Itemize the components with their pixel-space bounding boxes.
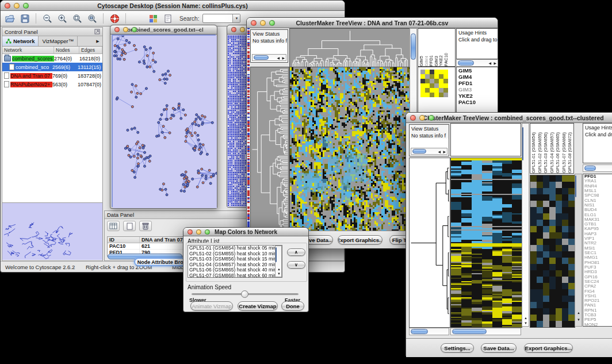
main-titlebar[interactable]: Cytoscape Desktop (Session Name: collins… <box>1 1 345 11</box>
select-attributes-icon[interactable] <box>107 221 120 231</box>
view-status-scrollbar[interactable]: ◀ ▶ <box>411 148 447 155</box>
scroll-down-icon[interactable]: ▼ <box>524 321 527 325</box>
export-graphics-button[interactable]: Export Graphics... <box>524 343 573 352</box>
column-label[interactable]: GPL51-03 (GSM856) <box>543 132 549 173</box>
column-label[interactable]: GPL51-02 (GSM855) <box>537 132 544 173</box>
heatmap[interactable] <box>289 67 410 232</box>
attribute-list-scrollbar[interactable]: ▲ ▼ <box>275 246 282 277</box>
attribute-item[interactable]: GPL51-07 (GSM868) heat shock 60 min <box>189 273 282 278</box>
similarity-matrix[interactable] <box>420 70 448 97</box>
heatmap-hscrollbar[interactable] <box>450 328 521 335</box>
column-label[interactable]: GPL51-01 (GSM854) <box>531 132 537 173</box>
delete-attribute-icon[interactable] <box>139 221 152 231</box>
usage-hints-scrollbar[interactable] <box>583 164 612 172</box>
scroll-right-icon[interactable]: ▶ <box>282 56 285 60</box>
column-label[interactable]: GPL51-06 (GSM865) <box>555 132 561 173</box>
tab-network[interactable]: Network <box>2 36 39 46</box>
zoom-fit-icon[interactable] <box>86 13 98 24</box>
zoom-selected-icon[interactable] <box>71 13 83 24</box>
close-button[interactable] <box>188 229 193 235</box>
row-dendrogram[interactable] <box>409 158 450 328</box>
settings-button[interactable]: Settings... <box>441 343 474 352</box>
column-label[interactable]: PAC10 <box>443 53 449 66</box>
close-button[interactable] <box>231 27 236 32</box>
column-label[interactable]: GPL51-08 (GSM872) <box>567 132 573 173</box>
search-dropdown-icon[interactable]: ▼ <box>232 14 240 22</box>
network-row[interactable]: combined_sco2569(6)13112(15) <box>2 63 102 71</box>
column-dendrogram[interactable] <box>289 28 410 68</box>
gene-list-scrollbar[interactable]: ▲ ▼ <box>575 174 582 327</box>
gene-label[interactable]: MON2 <box>583 323 612 327</box>
minimize-button[interactable] <box>240 27 245 32</box>
heatmap-vertical-scrollbar[interactable]: ▲ ▼ <box>522 123 529 327</box>
network-row[interactable]: combined_scores2764(0)16218(0) <box>2 54 102 63</box>
birdseye-view[interactable] <box>2 203 102 260</box>
close-button[interactable] <box>251 20 257 26</box>
open-file-icon[interactable] <box>4 13 16 24</box>
view-status-scrollbar[interactable]: ◀ ▶ <box>252 54 286 61</box>
plugins-icon[interactable] <box>147 13 159 24</box>
treeview1-titlebar[interactable]: ClusterMaker TreeView : DNA and Tran 07-… <box>247 18 498 28</box>
column-label[interactable]: YKE2 <box>438 55 443 66</box>
network-canvas-2[interactable] <box>227 35 246 207</box>
network-view-titlebar[interactable]: combined_scores_good.txt--cluste... <box>110 25 217 35</box>
gene-label[interactable]: GIM4 <box>457 74 498 80</box>
row-dendrogram[interactable] <box>250 67 289 232</box>
column-label[interactable]: GPL51-04 (GSM857) <box>549 132 556 173</box>
move-up-button[interactable]: ∧ <box>287 248 305 256</box>
minimize-button[interactable] <box>419 115 425 121</box>
export-graphics-button[interactable]: Export Graphics... <box>338 235 382 244</box>
annotation-icon[interactable] <box>162 13 174 24</box>
zoom-button[interactable] <box>132 27 137 32</box>
column-label[interactable]: GPL51-07 (GSM868) <box>561 132 568 173</box>
scroll-up-icon[interactable]: ▲ <box>277 267 281 271</box>
zoom-button[interactable] <box>269 20 275 26</box>
tab-overflow-icon[interactable]: ▶ <box>93 36 102 46</box>
save-data-button[interactable]: Save Data... <box>481 343 517 352</box>
zoom-button[interactable] <box>23 3 29 9</box>
network-row[interactable]: DNA and Tran 07769(0)183728(0) <box>2 71 102 80</box>
network-view-2-titlebar[interactable] <box>227 25 246 35</box>
close-button[interactable] <box>114 27 120 32</box>
search-input[interactable]: ▼ <box>202 14 240 23</box>
column-dendrogram[interactable] <box>450 123 521 156</box>
dialog-titlebar[interactable]: Map Colors to Network <box>183 228 308 236</box>
dendrogram-hscrollbar[interactable] <box>409 328 449 335</box>
done-button[interactable]: Done <box>281 301 304 311</box>
zoom-heatmap[interactable] <box>530 175 575 328</box>
close-button[interactable] <box>410 115 416 121</box>
column-label[interactable]: GIM5 <box>419 56 424 66</box>
scroll-left-icon[interactable]: ◀ <box>438 150 441 154</box>
minimize-button[interactable] <box>14 3 20 9</box>
column-label[interactable]: GIM4 <box>424 56 429 66</box>
scroll-right-icon[interactable]: ▶ <box>494 62 496 65</box>
gene-label[interactable]: YKE2 <box>457 93 498 99</box>
close-button[interactable] <box>5 3 10 9</box>
zoom-in-icon[interactable] <box>56 13 68 24</box>
help-ring-icon[interactable] <box>109 13 120 24</box>
minimize-button[interactable] <box>196 229 201 235</box>
save-icon[interactable] <box>19 13 30 24</box>
column-label[interactable]: PFD1 <box>429 55 434 66</box>
move-down-button[interactable]: ∨ <box>287 261 305 269</box>
gene-label[interactable]: GIM5 <box>457 67 498 74</box>
scroll-up-icon[interactable]: ▲ <box>577 311 580 315</box>
treeview2-titlebar[interactable]: ClusterMaker TreeView : combined_scores_… <box>406 113 612 123</box>
animation-speed-slider[interactable] <box>192 293 299 295</box>
minimize-button[interactable] <box>123 27 128 32</box>
scroll-down-icon[interactable]: ▼ <box>277 272 281 275</box>
scroll-left-icon[interactable]: ◀ <box>277 56 280 60</box>
minimize-button[interactable] <box>260 20 266 26</box>
gene-label[interactable]: GIM3 <box>457 86 498 93</box>
column-label[interactable]: GIM3 <box>434 56 439 66</box>
animate-vizmap-button[interactable]: Animate Vizmap <box>190 301 233 311</box>
gene-label[interactable]: PAC10 <box>457 99 498 105</box>
gene-label[interactable]: PFD1 <box>457 80 498 86</box>
network-canvas[interactable] <box>112 35 216 207</box>
scroll-up-icon[interactable]: ▲ <box>524 316 527 320</box>
heatmap[interactable] <box>450 158 522 328</box>
usage-hints-scrollbar[interactable]: ◀ ▶ <box>456 59 498 67</box>
attribute-list[interactable]: GPL51-01 (GSM854) heat shock 05 minGPL51… <box>188 245 282 278</box>
scroll-left-icon[interactable]: ◀ <box>488 62 491 65</box>
float-panel-icon[interactable] <box>94 29 100 35</box>
